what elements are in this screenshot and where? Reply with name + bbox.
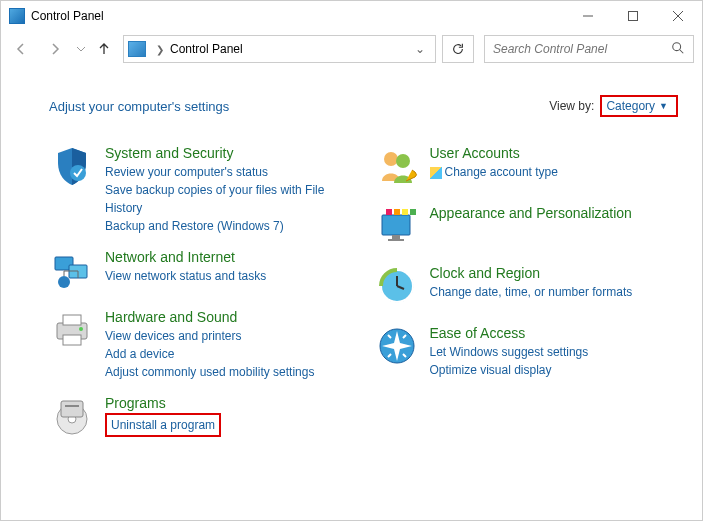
network-icon: [49, 249, 95, 295]
category-link[interactable]: View devices and printers: [105, 327, 354, 345]
category-link[interactable]: Backup and Restore (Windows 7): [105, 217, 354, 235]
left-column: System and Security Review your computer…: [49, 145, 354, 455]
window-title: Control Panel: [31, 9, 565, 23]
svg-rect-21: [392, 235, 400, 239]
navbar: ❯ Control Panel ⌄: [1, 31, 702, 67]
category-network: Network and Internet View network status…: [49, 249, 354, 295]
svg-point-13: [79, 327, 83, 331]
viewby-value: Category: [606, 99, 655, 113]
category-link[interactable]: Add a device: [105, 345, 354, 363]
clock-icon: [374, 265, 420, 311]
page-heading: Adjust your computer's settings: [49, 99, 549, 114]
programs-icon: [49, 395, 95, 441]
appearance-icon: [374, 205, 420, 251]
svg-rect-12: [63, 335, 81, 345]
close-button[interactable]: [655, 2, 700, 30]
search-input[interactable]: [493, 42, 671, 56]
svg-rect-26: [410, 209, 416, 215]
shield-icon: [49, 145, 95, 191]
category-title[interactable]: Clock and Region: [430, 265, 679, 281]
category-link[interactable]: Save backup copies of your files with Fi…: [105, 181, 354, 217]
category-ease-of-access: Ease of Access Let Windows suggest setti…: [374, 325, 679, 379]
category-title[interactable]: Network and Internet: [105, 249, 354, 265]
svg-rect-17: [65, 405, 79, 407]
minimize-button[interactable]: [565, 2, 610, 30]
category-user-accounts: User Accounts Change account type: [374, 145, 679, 191]
right-column: User Accounts Change account type Appear…: [374, 145, 679, 455]
svg-point-19: [396, 154, 410, 168]
svg-point-18: [384, 152, 398, 166]
svg-rect-1: [628, 12, 637, 21]
category-system-security: System and Security Review your computer…: [49, 145, 354, 235]
svg-rect-23: [386, 209, 392, 215]
category-link[interactable]: Change date, time, or number formats: [430, 283, 679, 301]
maximize-button[interactable]: [610, 2, 655, 30]
back-button[interactable]: [5, 35, 37, 63]
titlebar: Control Panel: [1, 1, 702, 31]
svg-point-4: [673, 42, 681, 50]
category-link[interactable]: Adjust commonly used mobility settings: [105, 363, 354, 381]
uninstall-program-link[interactable]: Uninstall a program: [111, 418, 215, 432]
category-link[interactable]: Let Windows suggest settings: [430, 343, 679, 361]
category-title[interactable]: Ease of Access: [430, 325, 679, 341]
uac-shield-icon: [430, 167, 442, 179]
search-icon[interactable]: [671, 41, 685, 58]
users-icon: [374, 145, 420, 191]
header-row: Adjust your computer's settings View by:…: [49, 95, 678, 117]
viewby-label: View by:: [549, 99, 594, 113]
viewby-dropdown[interactable]: Category ▼: [600, 95, 678, 117]
svg-line-5: [680, 49, 684, 53]
svg-rect-20: [382, 215, 410, 235]
svg-rect-16: [61, 401, 83, 417]
category-link[interactable]: Optimize visual display: [430, 361, 679, 379]
svg-point-9: [58, 276, 70, 288]
address-icon: [128, 41, 146, 57]
category-title[interactable]: Appearance and Personalization: [430, 205, 679, 221]
search-box[interactable]: [484, 35, 694, 63]
address-location: Control Panel: [170, 42, 409, 56]
category-columns: System and Security Review your computer…: [49, 145, 678, 455]
category-clock: Clock and Region Change date, time, or n…: [374, 265, 679, 311]
category-link[interactable]: View network status and tasks: [105, 267, 354, 285]
chevron-down-icon: ▼: [659, 101, 668, 111]
printer-icon: [49, 309, 95, 355]
category-programs: Programs Uninstall a program: [49, 395, 354, 441]
svg-rect-24: [394, 209, 400, 215]
address-bar[interactable]: ❯ Control Panel ⌄: [123, 35, 436, 63]
category-title[interactable]: User Accounts: [430, 145, 679, 161]
content-area: Adjust your computer's settings View by:…: [1, 67, 702, 465]
category-title[interactable]: System and Security: [105, 145, 354, 161]
ease-of-access-icon: [374, 325, 420, 371]
category-link[interactable]: Review your computer's status: [105, 163, 354, 181]
up-button[interactable]: [91, 36, 117, 62]
svg-rect-22: [388, 239, 404, 241]
recent-dropdown[interactable]: [73, 35, 89, 63]
category-appearance: Appearance and Personalization: [374, 205, 679, 251]
svg-rect-25: [402, 209, 408, 215]
highlight-uninstall: Uninstall a program: [105, 413, 221, 437]
svg-rect-11: [63, 315, 81, 325]
address-dropdown-icon[interactable]: ⌄: [409, 42, 431, 56]
chevron-right-icon: ❯: [156, 44, 164, 55]
category-hardware: Hardware and Sound View devices and prin…: [49, 309, 354, 381]
category-link[interactable]: Change account type: [445, 165, 558, 179]
category-title[interactable]: Programs: [105, 395, 354, 411]
category-title[interactable]: Hardware and Sound: [105, 309, 354, 325]
control-panel-icon: [9, 8, 25, 24]
refresh-button[interactable]: [442, 35, 474, 63]
forward-button[interactable]: [39, 35, 71, 63]
